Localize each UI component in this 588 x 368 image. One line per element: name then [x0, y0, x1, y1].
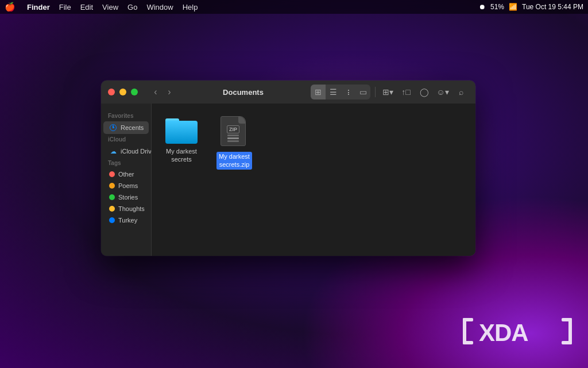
minimize-button[interactable] — [119, 89, 126, 95]
window-title: Documents — [180, 88, 306, 97]
sidebar-item-recents[interactable]: Recents — [103, 121, 149, 134]
zip-label: My darkestsecrets.zip — [216, 152, 252, 170]
menubar-wifi-icon: 📶 — [509, 3, 517, 11]
recents-icon — [109, 124, 117, 132]
tag-color-turkey — [109, 217, 115, 223]
favorites-label: Favorites — [101, 110, 151, 121]
sidebar-item-icloud-drive[interactable]: ☁ iCloud Drive — [103, 145, 149, 158]
folder-icon — [165, 116, 198, 144]
sidebar-item-tag-stories[interactable]: Stories — [103, 191, 149, 203]
svg-rect-0 — [463, 318, 466, 344]
folder-label: My darkestsecrets — [166, 147, 197, 164]
xda-watermark: XDA — [462, 317, 577, 351]
toolbar-separator-1 — [375, 87, 376, 97]
menu-edit[interactable]: Edit — [80, 3, 93, 12]
file-item-zip[interactable]: ZIP My darkestsecrets.zip — [214, 113, 255, 173]
tag-label-thoughts: Thoughts — [118, 205, 145, 212]
svg-rect-5 — [562, 318, 572, 321]
tag-color-stories — [109, 194, 115, 200]
file-content-area[interactable]: My darkestsecrets ZIP — [152, 103, 475, 256]
traffic-lights — [108, 89, 138, 95]
menu-go[interactable]: Go — [127, 3, 137, 12]
finder-window: ‹ › Documents ⊞ ☰ ⫶ ▭ ⊞▾ ↑□ ◯ ☺▾ ⌕ Favor… — [101, 80, 475, 256]
icloud-section-label: iCloud — [101, 134, 151, 145]
close-button[interactable] — [108, 89, 115, 95]
zip-stripes — [227, 135, 239, 142]
tag-label-other: Other — [118, 171, 134, 178]
finder-main: Favorites Recents iCloud ☁ iCloud Drive … — [101, 103, 475, 256]
icon-view-button[interactable]: ⊞ — [311, 85, 326, 99]
tag-label-poems: Poems — [118, 182, 138, 189]
menu-help[interactable]: Help — [183, 3, 198, 12]
recents-label: Recents — [121, 124, 144, 131]
tag-label-turkey: Turkey — [118, 217, 137, 224]
maximize-button[interactable] — [131, 89, 138, 95]
view-mode-group: ⊞ ☰ ⫶ ▭ — [311, 85, 370, 99]
sidebar-item-tag-poems[interactable]: Poems — [103, 180, 149, 191]
title-bar: ‹ › Documents ⊞ ☰ ⫶ ▭ ⊞▾ ↑□ ◯ ☺▾ ⌕ — [101, 80, 475, 103]
svg-text:XDA: XDA — [479, 319, 528, 346]
svg-rect-6 — [562, 341, 572, 344]
icloud-drive-label: iCloud Drive — [121, 148, 152, 155]
sidebar-item-tag-other[interactable]: Other — [103, 168, 149, 180]
zip-file-icon: ZIP — [220, 116, 248, 148]
sidebar-item-tag-turkey[interactable]: Turkey — [103, 214, 149, 226]
menubar-record-icon: ⏺ — [479, 3, 486, 11]
menu-file[interactable]: File — [59, 3, 71, 12]
face-button[interactable]: ☺▾ — [435, 85, 450, 99]
svg-rect-1 — [463, 318, 473, 321]
tag-color-poems — [109, 183, 115, 189]
tag-color-thoughts — [109, 206, 115, 212]
files-grid: My darkestsecrets ZIP — [161, 113, 466, 173]
group-button[interactable]: ⊞▾ — [380, 85, 395, 99]
forward-button[interactable]: › — [163, 86, 176, 98]
tags-label: Tags — [101, 158, 151, 168]
menu-window[interactable]: Window — [146, 3, 173, 12]
tag-color-other — [109, 171, 115, 177]
sidebar: Favorites Recents iCloud ☁ iCloud Drive … — [101, 103, 152, 256]
list-view-button[interactable]: ☰ — [326, 85, 341, 99]
tag-label-stories: Stories — [118, 194, 138, 201]
gallery-view-button[interactable]: ▭ — [355, 85, 370, 99]
back-button[interactable]: ‹ — [149, 86, 162, 98]
apple-menu[interactable]: 🍎 — [5, 2, 16, 12]
menubar-time: Tue Oct 19 5:44 PM — [522, 3, 583, 11]
share-button[interactable]: ↑□ — [399, 85, 413, 99]
zip-type-label: ZIP — [227, 125, 239, 133]
svg-rect-2 — [463, 341, 473, 344]
icloud-drive-icon: ☁ — [109, 147, 117, 155]
app-name[interactable]: Finder — [27, 3, 50, 12]
tag-button[interactable]: ◯ — [417, 85, 432, 99]
nav-buttons: ‹ › — [149, 86, 176, 98]
menubar-battery: 51% — [490, 3, 504, 11]
menubar: 🍎 Finder File Edit View Go Window Help ⏺… — [0, 0, 588, 14]
search-button[interactable]: ⌕ — [454, 85, 469, 99]
menu-view[interactable]: View — [102, 3, 118, 12]
toolbar-right: ⊞ ☰ ⫶ ▭ ⊞▾ ↑□ ◯ ☺▾ ⌕ — [311, 85, 469, 99]
sidebar-item-tag-thoughts[interactable]: Thoughts — [103, 203, 149, 214]
column-view-button[interactable]: ⫶ — [341, 85, 355, 99]
file-item-folder[interactable]: My darkestsecrets — [161, 113, 202, 173]
svg-rect-4 — [568, 318, 572, 344]
